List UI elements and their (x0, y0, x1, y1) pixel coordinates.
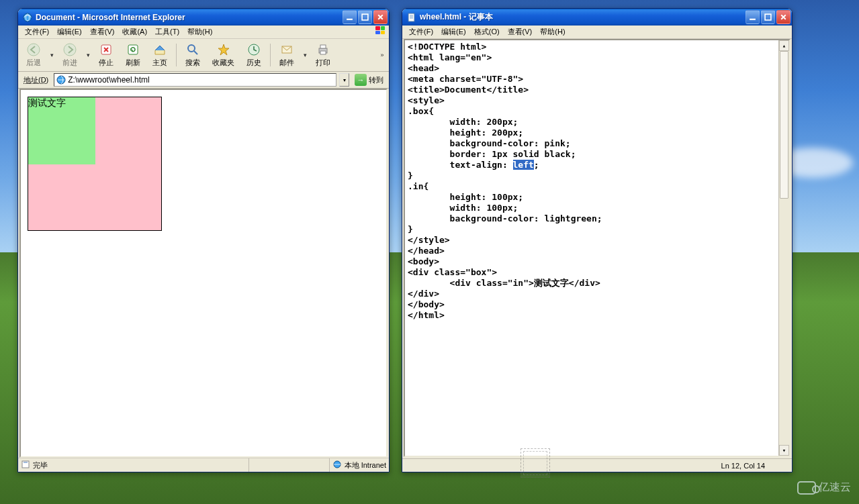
mail-icon (279, 42, 294, 57)
menu-edit[interactable]: 编辑(E) (53, 26, 86, 38)
back-button[interactable]: 后退 (21, 40, 46, 70)
ie-address-bar: 地址(D) ▾ → 转到 (18, 72, 389, 89)
close-button[interactable] (776, 10, 790, 24)
print-icon (316, 42, 330, 57)
maximize-button[interactable] (761, 10, 775, 24)
menu-file[interactable]: 文件(F) (405, 26, 437, 38)
go-label: 转到 (369, 75, 383, 85)
refresh-button[interactable]: 刷新 (120, 40, 146, 70)
svg-rect-7 (128, 45, 138, 54)
notepad-app-icon (406, 12, 417, 23)
svg-rect-18 (750, 19, 756, 20)
notepad-titlebar[interactable]: wheel.html - 记事本 (402, 9, 792, 26)
scroll-up-arrow[interactable]: ▴ (779, 40, 789, 51)
ie-content-area: 测试文字 (19, 89, 388, 458)
svg-rect-3 (362, 14, 368, 20)
menu-view[interactable]: 查看(V) (504, 26, 537, 38)
menu-file[interactable]: 文件(F) (21, 26, 53, 38)
demo-box: 测试文字 (28, 97, 162, 231)
page-icon (56, 74, 66, 85)
ie-titlebar[interactable]: Document - Microsoft Internet Explorer (18, 9, 389, 26)
stop-icon (99, 42, 114, 57)
code-selection: left (513, 160, 534, 170)
minimize-button[interactable] (343, 10, 357, 24)
scroll-down-arrow[interactable]: ▾ (779, 445, 789, 456)
menu-format[interactable]: 格式(O) (470, 26, 504, 38)
ie-menubar: 文件(F) 编辑(E) 查看(V) 收藏(A) 工具(T) 帮助(H) (18, 26, 389, 39)
watermark: 亿速云 (797, 481, 851, 495)
menu-edit[interactable]: 编辑(E) (437, 26, 470, 38)
toolbar-overflow-chevron[interactable]: » (378, 52, 386, 58)
notepad-menubar: 文件(F) 编辑(E) 格式(O) 查看(V) 帮助(H) (402, 26, 792, 39)
address-field[interactable] (54, 73, 336, 87)
ie-app-icon (22, 12, 33, 23)
done-icon (21, 460, 30, 470)
forward-button[interactable]: 前进 (57, 40, 83, 70)
status-section (248, 458, 329, 472)
history-icon (246, 42, 261, 57)
stop-button[interactable]: 停止 (93, 40, 119, 70)
go-button[interactable]: → 转到 (352, 74, 386, 86)
svg-point-0 (24, 13, 32, 21)
demo-inner-box: 测试文字 (28, 97, 95, 164)
minimize-button[interactable] (745, 10, 760, 24)
svg-point-8 (188, 45, 195, 52)
maximize-button[interactable] (358, 10, 372, 24)
svg-point-4 (28, 44, 40, 56)
ie-status-bar: 完毕 本地 Intranet (18, 458, 389, 472)
menu-view[interactable]: 查看(V) (86, 26, 119, 38)
toolbar-separator (270, 44, 271, 66)
search-button[interactable]: 搜索 (180, 40, 206, 70)
svg-rect-19 (765, 14, 771, 20)
home-icon (152, 42, 167, 57)
svg-point-5 (64, 44, 76, 56)
menu-favorites[interactable]: 收藏(A) (118, 26, 151, 38)
mail-button[interactable]: 邮件 (274, 40, 300, 70)
watermark-text: 亿速云 (819, 481, 851, 495)
watermark-icon (797, 481, 816, 495)
ie-title-text: Document - Microsoft Internet Explorer (36, 13, 343, 22)
scroll-thumb[interactable] (780, 51, 788, 199)
notepad-window: wheel.html - 记事本 文件(F) 编辑(E) 格式(O) 查看(V)… (402, 8, 793, 472)
status-text: 完毕 (33, 460, 48, 470)
history-button[interactable]: 历史 (241, 40, 267, 70)
menu-tools[interactable]: 工具(T) (151, 26, 183, 38)
notepad-title-text: wheel.html - 记事本 (420, 11, 745, 23)
go-arrow-icon: → (355, 74, 367, 86)
home-button[interactable]: 主页 (147, 40, 173, 70)
code-post: ; } .in{ height: 100px; width: 100px; ba… (408, 160, 602, 320)
svg-rect-2 (347, 19, 353, 20)
favorites-button[interactable]: 收藏夹 (207, 40, 240, 70)
ie-toolbar: 后退 ▾ 前进 ▾ 停止 刷新 主页 搜索 收藏夹 (18, 39, 389, 72)
zone-text: 本地 Intranet (345, 460, 386, 470)
toolbar-separator (176, 44, 177, 66)
address-label: 地址(D) (21, 75, 51, 85)
forward-chevron[interactable]: ▾ (84, 52, 92, 58)
svg-rect-13 (320, 51, 326, 54)
svg-rect-12 (320, 45, 326, 48)
menu-help[interactable]: 帮助(H) (536, 26, 569, 38)
cursor-position: Ln 12, Col 14 (721, 462, 765, 470)
back-chevron[interactable]: ▾ (48, 52, 56, 58)
search-icon (185, 42, 200, 57)
code-pre: <!DOCTYPE html> <html lang="en"> <head> … (408, 42, 576, 170)
star-icon (216, 42, 231, 57)
windows-flag-icon (375, 26, 388, 37)
menu-help[interactable]: 帮助(H) (183, 26, 216, 38)
address-input[interactable] (68, 75, 336, 85)
refresh-icon (126, 42, 140, 57)
scrollbar[interactable]: ▴ ▾ (778, 40, 789, 456)
forward-icon (62, 42, 77, 57)
notepad-status-bar: Ln 12, Col 14 (402, 458, 792, 472)
print-button[interactable]: 打印 (310, 40, 336, 70)
address-dropdown[interactable]: ▾ (339, 73, 349, 87)
back-icon (26, 42, 41, 57)
ie-window: Document - Microsoft Internet Explorer 文… (17, 8, 390, 472)
notepad-text-area[interactable]: <!DOCTYPE html> <html lang="en"> <head> … (404, 39, 790, 457)
drag-outline (521, 448, 550, 478)
mail-chevron[interactable]: ▾ (301, 52, 309, 58)
svg-rect-17 (408, 13, 414, 21)
zone-icon (332, 460, 342, 470)
close-button[interactable] (373, 10, 388, 24)
